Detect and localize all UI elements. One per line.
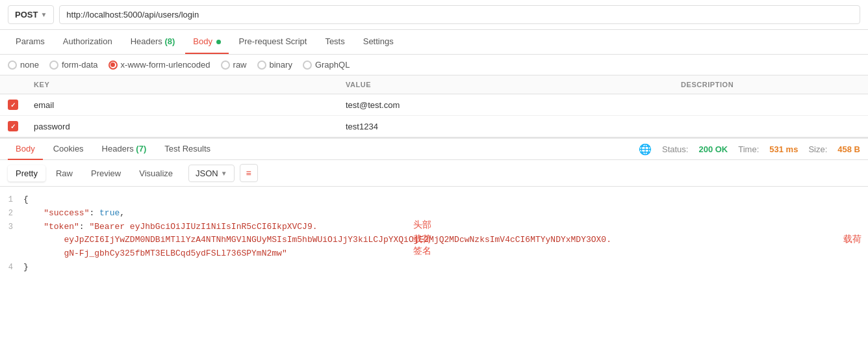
json-value-success: true <box>99 208 120 218</box>
chevron-down-icon: ▼ <box>40 11 47 18</box>
radio-binary[interactable]: binary <box>257 60 292 70</box>
tab-settings[interactable]: Settings <box>355 30 402 54</box>
col-value: VALUE <box>338 75 673 94</box>
globe-icon: 🌐 <box>639 143 652 155</box>
table-row: ✓ email test@test.com <box>0 94 868 116</box>
tab-pre-request-script[interactable]: Pre-request Script <box>231 30 315 54</box>
format-visualize-button[interactable]: Visualize <box>131 165 181 182</box>
row2-check-cell: ✓ <box>0 116 26 137</box>
row2-checkbox[interactable]: ✓ <box>8 121 18 131</box>
row1-key[interactable]: email <box>26 94 338 116</box>
json-brace-open: { <box>23 193 868 207</box>
json-line-2: 2 "success": true, <box>0 207 868 221</box>
format-type-label: JSON <box>196 168 218 178</box>
radio-form-data-circle <box>49 60 58 70</box>
kv-table: KEY VALUE DESCRIPTION ✓ email test@test.… <box>0 75 868 137</box>
radio-raw-circle <box>221 60 230 70</box>
row1-desc[interactable] <box>673 94 868 116</box>
time-label: Time: <box>738 144 759 154</box>
json-value-token-payload: eyJpZCI6IjYwZDM0NDBiMTllYzA4NTNhMGVlNGUy… <box>64 235 611 245</box>
json-success-line: "success": true, <box>23 207 868 221</box>
col-key: KEY <box>26 75 338 94</box>
format-preview-button[interactable]: Preview <box>83 165 129 182</box>
response-tab-headers[interactable]: Headers (7) <box>94 139 155 160</box>
size-value: 458 B <box>837 144 860 154</box>
status-label: Status: <box>662 144 688 154</box>
row1-value[interactable]: test@test.com <box>338 94 673 116</box>
format-row: Pretty Raw Preview Visualize JSON ▼ ≡ <box>0 160 868 187</box>
annotation-signature: 签名 <box>413 244 431 258</box>
col-description: DESCRIPTION <box>673 75 868 94</box>
url-input[interactable] <box>59 5 860 24</box>
response-tab-body[interactable]: Body <box>8 139 43 160</box>
json-line-4: 4 } <box>0 261 868 275</box>
json-value-token: "Bearer eyJhbGciOiJIUzI1NiIsInR5cCI6IkpX… <box>89 222 317 232</box>
tab-tests[interactable]: Tests <box>317 30 352 54</box>
col-check <box>0 75 26 94</box>
format-type-dropdown[interactable]: JSON ▼ <box>188 165 235 182</box>
json-key-token: "token" <box>44 222 79 232</box>
json-brace-close: } <box>23 261 868 275</box>
radio-binary-circle <box>257 60 266 70</box>
tab-authorization[interactable]: Authorization <box>55 30 120 54</box>
line-num-1: 1 <box>0 193 23 206</box>
tab-params[interactable]: Params <box>8 30 53 54</box>
radio-none[interactable]: none <box>8 60 39 70</box>
radio-none-circle <box>8 60 17 70</box>
row2-value[interactable]: test1234 <box>338 116 673 137</box>
size-label: Size: <box>808 144 827 154</box>
annotation-payload-right: 载荷 <box>843 232 862 247</box>
json-output-area: 1 { 2 "success": true, 3 "token": "Beare… <box>0 187 868 281</box>
json-key-success: "success" <box>44 208 89 218</box>
status-value: 200 OK <box>698 144 728 154</box>
wrap-lines-button[interactable]: ≡ <box>240 164 258 182</box>
chevron-down-icon: ▼ <box>221 170 227 177</box>
row2-desc[interactable] <box>673 116 868 137</box>
response-tabs-row: Body Cookies Headers (7) Test Results 🌐 … <box>0 137 868 160</box>
radio-x-www-circle <box>108 60 118 70</box>
line-num-4: 4 <box>0 261 23 274</box>
annotation-header: 头部 <box>413 218 431 232</box>
line-num-2: 2 <box>0 207 23 220</box>
json-output: 1 { 2 "success": true, 3 "token": "Beare… <box>0 187 868 281</box>
table-row: ✓ password test1234 <box>0 116 868 137</box>
radio-form-data[interactable]: form-data <box>49 60 98 70</box>
response-tab-test-results[interactable]: Test Results <box>157 139 218 160</box>
json-token-line: "token": "Bearer eyJhbGciOiJIUzI1NiIsInR… <box>23 221 868 261</box>
time-value: 531 ms <box>769 144 798 154</box>
body-type-row: none form-data x-www-form-urlencoded raw… <box>0 55 868 75</box>
json-line-3: 3 "token": "Bearer eyJhbGciOiJIUzI1NiIsI… <box>0 221 868 261</box>
url-bar: POST ▼ <box>0 0 868 30</box>
radio-graphql[interactable]: GraphQL <box>303 60 350 70</box>
json-value-token-sig: gN-Fj_gbhCy325fbMT3ELBCqd5ydFSLl736SPYmN… <box>64 249 287 258</box>
row2-key[interactable]: password <box>26 116 338 137</box>
row1-checkbox[interactable]: ✓ <box>8 100 18 110</box>
json-line-1: 1 { <box>0 193 868 207</box>
format-pretty-button[interactable]: Pretty <box>8 165 45 182</box>
format-raw-button[interactable]: Raw <box>48 165 81 182</box>
tab-body[interactable]: Body <box>185 30 228 54</box>
headers-badge: (8) <box>164 36 175 46</box>
method-label: POST <box>15 10 38 20</box>
response-tab-cookies[interactable]: Cookies <box>45 139 92 160</box>
request-tabs: Params Authorization Headers (8) Body Pr… <box>0 30 868 55</box>
response-status: 🌐 Status: 200 OK Time: 531 ms Size: 458 … <box>639 143 860 155</box>
body-dot <box>216 40 221 44</box>
radio-x-www-form-urlencoded[interactable]: x-www-form-urlencoded <box>108 60 211 70</box>
tab-headers[interactable]: Headers (8) <box>123 30 183 54</box>
method-select[interactable]: POST ▼ <box>8 5 54 24</box>
row1-check-cell: ✓ <box>0 94 26 116</box>
radio-graphql-circle <box>303 60 312 70</box>
radio-raw[interactable]: raw <box>221 60 247 70</box>
line-num-3: 3 <box>0 221 23 234</box>
